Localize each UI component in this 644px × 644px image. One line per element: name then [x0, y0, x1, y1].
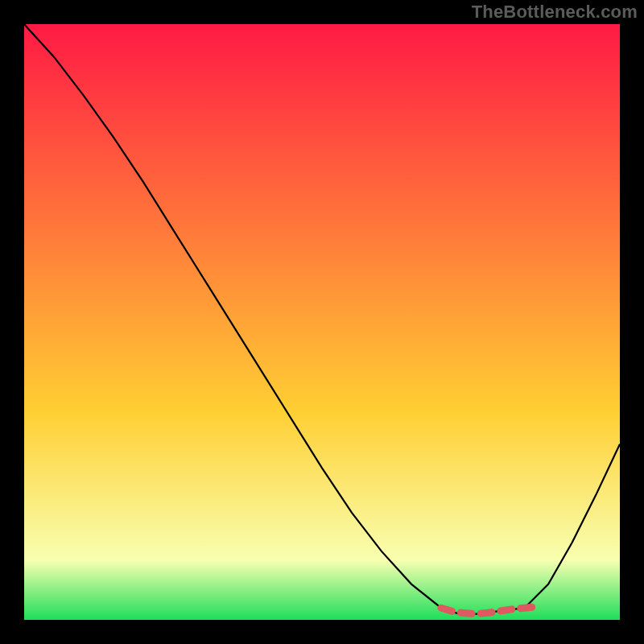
gradient-background [24, 24, 620, 620]
plot-area [24, 24, 620, 620]
chart-frame: TheBottleneck.com [0, 0, 644, 644]
watermark-text: TheBottleneck.com [472, 2, 638, 23]
chart-svg [24, 24, 620, 620]
